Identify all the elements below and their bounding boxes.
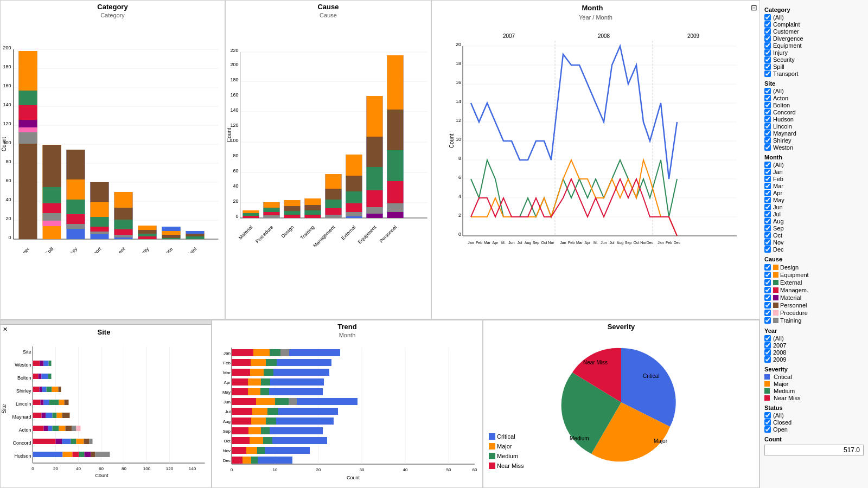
checkbox-cause-external[interactable]	[764, 279, 771, 286]
checkbox-site-bolton[interactable]	[764, 102, 771, 108]
svg-text:Site: Site	[23, 349, 31, 355]
checkbox-cause-design[interactable]	[764, 264, 771, 271]
svg-text:Jan: Jan	[658, 241, 663, 245]
checkbox-year-all[interactable]	[764, 335, 771, 342]
svg-text:2: 2	[458, 213, 461, 218]
svg-rect-315	[232, 359, 251, 366]
checkbox-cause-managem[interactable]	[764, 287, 771, 293]
checkbox-cause-training[interactable]	[764, 317, 771, 324]
svg-text:Count: Count	[95, 473, 108, 478]
svg-rect-63	[138, 230, 157, 234]
label-cause-training: Training	[773, 317, 801, 324]
drag-bar[interactable]	[1, 320, 211, 325]
svg-rect-340	[232, 418, 251, 425]
checkbox-status-all[interactable]	[764, 412, 771, 419]
checkbox-site-shirley[interactable]	[764, 137, 771, 144]
checkbox-status-open[interactable]	[764, 426, 771, 433]
checkbox-month-oct[interactable]	[764, 232, 771, 239]
checkbox-site-acton[interactable]	[764, 95, 771, 101]
label-month-sep: Sep	[773, 225, 784, 232]
svg-rect-26	[19, 51, 37, 91]
checkbox-site-lincoln[interactable]	[764, 123, 771, 130]
checkbox-month-jun[interactable]	[764, 204, 771, 210]
main-content: Category Category 200 180 160 140 120 10…	[0, 0, 760, 488]
svg-text:Jul: Jul	[225, 409, 231, 414]
checkbox-month-apr[interactable]	[764, 190, 771, 196]
checkbox-month-may[interactable]	[764, 197, 771, 203]
checkbox-site-concord[interactable]	[764, 109, 771, 115]
svg-text:Lincoln: Lincoln	[16, 401, 31, 407]
checkbox-month-jan[interactable]	[764, 169, 771, 175]
sidebar-cat-all: (All)	[764, 14, 864, 21]
svg-text:Apr: Apr	[224, 380, 231, 385]
svg-text:Oct: Oct	[224, 439, 231, 444]
checkbox-month-all[interactable]	[764, 162, 771, 168]
close-icon[interactable]: ✕	[3, 326, 8, 337]
svg-rect-342	[266, 418, 276, 425]
label-month-jan: Jan	[773, 169, 783, 175]
sidebar-site-title: Site	[764, 80, 864, 87]
checkbox-cat-customer[interactable]	[764, 28, 771, 35]
checkbox-cat-spill[interactable]	[764, 63, 771, 70]
sidebar-cat-complaint: Complaint	[764, 21, 864, 28]
checkbox-year-2008[interactable]	[764, 349, 771, 356]
svg-text:Dec: Dec	[223, 458, 231, 463]
svg-rect-113	[284, 215, 301, 218]
checkbox-month-dec[interactable]	[764, 246, 771, 253]
svg-text:Count: Count	[1, 137, 7, 151]
svg-text:Medium: Medium	[570, 435, 589, 441]
checkbox-cause-equipment[interactable]	[764, 272, 771, 278]
svg-text:6: 6	[458, 175, 461, 180]
sidebar: Category (All) Complaint Customer Diverg…	[760, 0, 868, 488]
critical-color	[489, 433, 495, 440]
checkbox-cause-material[interactable]	[764, 294, 771, 301]
category-chart: 200 180 160 140 120 100 80 60 40 20 0 Co…	[1, 20, 225, 253]
checkbox-month-sep[interactable]	[764, 225, 771, 232]
svg-rect-69	[162, 231, 181, 235]
checkbox-site-hudson[interactable]	[764, 116, 771, 123]
svg-text:14: 14	[456, 99, 461, 104]
checkbox-year-2009[interactable]	[764, 356, 771, 363]
label-month-aug: Aug	[773, 218, 784, 224]
label-site-hudson: Hudson	[773, 116, 794, 123]
checkbox-cat-security[interactable]	[764, 56, 771, 63]
checkbox-site-all[interactable]	[764, 88, 771, 94]
svg-rect-310	[232, 349, 253, 356]
svg-text:Complaint: Complaint	[178, 246, 198, 253]
checkbox-site-maynard[interactable]	[764, 130, 771, 137]
svg-text:Aug: Aug	[223, 419, 231, 424]
expand-icon[interactable]: ⊡	[751, 3, 757, 12]
svg-text:200: 200	[3, 45, 11, 50]
svg-rect-353	[246, 447, 257, 454]
svg-rect-238	[33, 374, 39, 379]
checkbox-month-nov[interactable]	[764, 239, 771, 246]
sidebar-status-title: Status	[764, 404, 864, 411]
checkbox-cause-procedure[interactable]	[764, 310, 771, 316]
checkbox-month-jul[interactable]	[764, 211, 771, 217]
checkbox-cat-equipment[interactable]	[764, 42, 771, 49]
svg-text:80: 80	[5, 159, 11, 164]
svg-rect-341	[251, 418, 266, 425]
checkbox-cat-injury[interactable]	[764, 49, 771, 56]
svg-rect-118	[305, 210, 321, 215]
svg-text:0: 0	[8, 235, 11, 240]
svg-text:Oct: Oct	[634, 241, 640, 245]
svg-text:Procedure: Procedure	[254, 224, 274, 244]
svg-text:Jan: Jan	[468, 241, 474, 245]
checkbox-month-aug[interactable]	[764, 218, 771, 224]
checkbox-month-feb[interactable]	[764, 176, 771, 182]
checkbox-status-closed[interactable]	[764, 419, 771, 426]
svg-rect-246	[52, 387, 59, 392]
checkbox-cause-personnel[interactable]	[764, 302, 771, 309]
label-cat-all: (All)	[773, 14, 784, 21]
checkbox-month-mar[interactable]	[764, 183, 771, 189]
checkbox-site-weston[interactable]	[764, 144, 771, 151]
checkbox-cat-complaint[interactable]	[764, 21, 771, 28]
checkbox-cat-divergence[interactable]	[764, 35, 771, 42]
svg-rect-141	[367, 214, 383, 218]
checkbox-cat-transport[interactable]	[764, 70, 771, 77]
checkbox-year-2007[interactable]	[764, 342, 771, 349]
checkbox-cat-all[interactable]	[764, 14, 771, 21]
svg-rect-325	[261, 378, 270, 386]
svg-rect-125	[326, 208, 342, 215]
